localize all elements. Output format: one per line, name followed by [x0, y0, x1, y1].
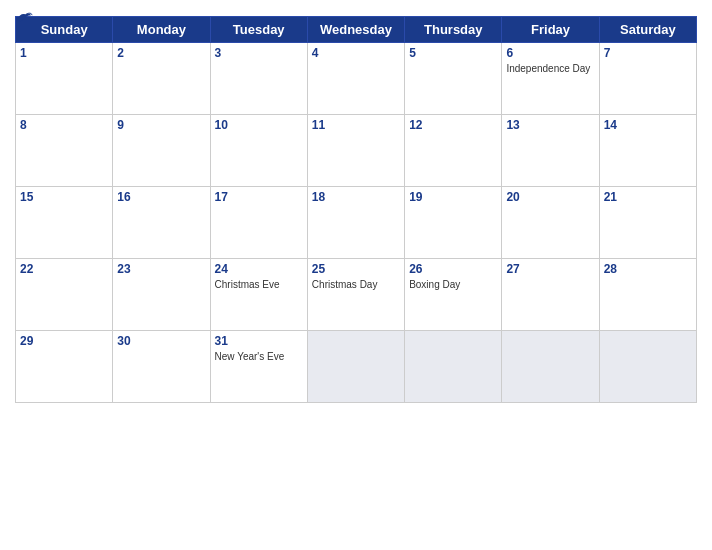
- weekday-header-row: SundayMondayTuesdayWednesdayThursdayFrid…: [16, 17, 697, 43]
- day-event: Christmas Eve: [215, 278, 303, 291]
- week-row-1: 123456Independence Day7: [16, 43, 697, 115]
- week-row-5: 293031New Year's Eve: [16, 331, 697, 403]
- calendar-cell: 3: [210, 43, 307, 115]
- calendar-cell: 29: [16, 331, 113, 403]
- day-number: 28: [604, 262, 692, 276]
- calendar-cell: 23: [113, 259, 210, 331]
- weekday-header-thursday: Thursday: [405, 17, 502, 43]
- calendar-cell: [599, 331, 696, 403]
- weekday-header-wednesday: Wednesday: [307, 17, 404, 43]
- day-number: 27: [506, 262, 594, 276]
- day-number: 30: [117, 334, 205, 348]
- day-number: 22: [20, 262, 108, 276]
- calendar-cell: 16: [113, 187, 210, 259]
- calendar-cell: 13: [502, 115, 599, 187]
- day-number: 23: [117, 262, 205, 276]
- calendar-cell: 11: [307, 115, 404, 187]
- week-row-3: 15161718192021: [16, 187, 697, 259]
- week-row-4: 222324Christmas Eve25Christmas Day26Boxi…: [16, 259, 697, 331]
- day-number: 16: [117, 190, 205, 204]
- day-number: 14: [604, 118, 692, 132]
- day-number: 31: [215, 334, 303, 348]
- calendar-cell: 17: [210, 187, 307, 259]
- calendar-cell: 24Christmas Eve: [210, 259, 307, 331]
- day-number: 12: [409, 118, 497, 132]
- calendar-cell: 1: [16, 43, 113, 115]
- weekday-header-tuesday: Tuesday: [210, 17, 307, 43]
- calendar-cell: 4: [307, 43, 404, 115]
- calendar-cell: 28: [599, 259, 696, 331]
- day-number: 19: [409, 190, 497, 204]
- weekday-header-monday: Monday: [113, 17, 210, 43]
- logo-bird-icon: [15, 10, 33, 24]
- calendar-cell: 8: [16, 115, 113, 187]
- day-number: 5: [409, 46, 497, 60]
- calendar-cell: 22: [16, 259, 113, 331]
- calendar-cell: 18: [307, 187, 404, 259]
- calendar-cell: 5: [405, 43, 502, 115]
- day-number: 8: [20, 118, 108, 132]
- day-number: 21: [604, 190, 692, 204]
- week-row-2: 891011121314: [16, 115, 697, 187]
- weekday-header-saturday: Saturday: [599, 17, 696, 43]
- calendar-cell: 7: [599, 43, 696, 115]
- day-number: 15: [20, 190, 108, 204]
- day-number: 11: [312, 118, 400, 132]
- day-number: 7: [604, 46, 692, 60]
- logo: [15, 10, 35, 24]
- calendar-cell: 20: [502, 187, 599, 259]
- calendar-cell: 10: [210, 115, 307, 187]
- calendar-cell: 27: [502, 259, 599, 331]
- calendar-cell: [405, 331, 502, 403]
- calendar-cell: 6Independence Day: [502, 43, 599, 115]
- calendar-grid: SundayMondayTuesdayWednesdayThursdayFrid…: [15, 16, 697, 403]
- calendar-cell: 31New Year's Eve: [210, 331, 307, 403]
- day-event: Independence Day: [506, 62, 594, 75]
- calendar-cell: 19: [405, 187, 502, 259]
- day-number: 9: [117, 118, 205, 132]
- calendar-cell: 2: [113, 43, 210, 115]
- calendar-cell: 26Boxing Day: [405, 259, 502, 331]
- day-event: New Year's Eve: [215, 350, 303, 363]
- day-number: 18: [312, 190, 400, 204]
- day-number: 13: [506, 118, 594, 132]
- day-number: 10: [215, 118, 303, 132]
- day-number: 3: [215, 46, 303, 60]
- day-number: 2: [117, 46, 205, 60]
- logo-blue-text: [15, 10, 35, 24]
- calendar-cell: [502, 331, 599, 403]
- day-number: 17: [215, 190, 303, 204]
- day-number: 25: [312, 262, 400, 276]
- day-number: 24: [215, 262, 303, 276]
- weekday-header-friday: Friday: [502, 17, 599, 43]
- calendar-cell: 15: [16, 187, 113, 259]
- calendar-cell: 30: [113, 331, 210, 403]
- calendar: SundayMondayTuesdayWednesdayThursdayFrid…: [0, 0, 712, 550]
- day-number: 1: [20, 46, 108, 60]
- day-event: Christmas Day: [312, 278, 400, 291]
- calendar-cell: 25Christmas Day: [307, 259, 404, 331]
- calendar-cell: 21: [599, 187, 696, 259]
- day-number: 4: [312, 46, 400, 60]
- calendar-cell: 9: [113, 115, 210, 187]
- calendar-cell: [307, 331, 404, 403]
- day-number: 26: [409, 262, 497, 276]
- calendar-cell: 12: [405, 115, 502, 187]
- calendar-cell: 14: [599, 115, 696, 187]
- day-number: 20: [506, 190, 594, 204]
- day-number: 29: [20, 334, 108, 348]
- day-number: 6: [506, 46, 594, 60]
- day-event: Boxing Day: [409, 278, 497, 291]
